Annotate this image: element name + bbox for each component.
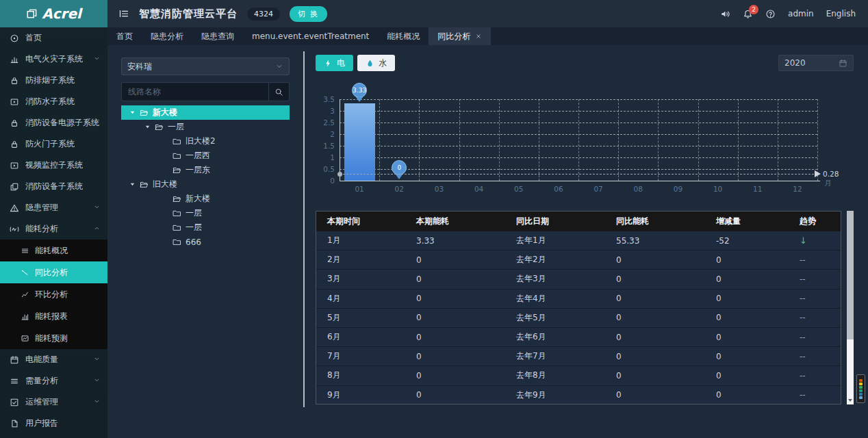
tree-node-一层[interactable]: 一层 <box>121 220 290 235</box>
x-axis-tick-label: 03 <box>419 185 459 193</box>
table-row-4月[interactable]: 4月0去年4月00-- <box>316 289 841 309</box>
tree-node-一层[interactable]: 一层 <box>121 206 290 220</box>
table-cell: 0 <box>705 390 789 400</box>
tab-3[interactable]: menu.event.eventTreatment <box>243 27 378 45</box>
switch-button[interactable]: 切 换 <box>290 6 327 22</box>
sidebar-item-energy-forecast[interactable]: 能耗预测 <box>0 327 107 349</box>
sidebar-item-hazard-mgmt[interactable]: 隐患管理 <box>0 197 107 218</box>
table-cell: 0 <box>605 294 705 303</box>
table-scrollbar[interactable] <box>847 211 854 404</box>
table-cell: 0 <box>605 255 705 265</box>
electric-tab-button[interactable]: 电 <box>316 55 353 71</box>
scrollbar-down-button[interactable] <box>847 396 854 404</box>
calendar-icon <box>10 355 19 365</box>
water-label: 水 <box>379 57 387 69</box>
table-cell: 0 <box>605 390 705 400</box>
sidebar-item-label: 能耗分析 <box>25 223 58 235</box>
table-cell: -52 <box>705 236 789 246</box>
table-cell: 0 <box>605 313 705 322</box>
column-header: 趋势 <box>789 216 841 227</box>
scrollbar-thumb[interactable] <box>847 211 854 339</box>
table-row-2月[interactable]: 2月0去年2月00-- <box>316 250 841 270</box>
tab-2[interactable]: 隐患查询 <box>192 27 243 45</box>
notifications[interactable]: 2 <box>743 9 753 19</box>
table-row-3月[interactable]: 3月0去年3月00-- <box>316 270 841 289</box>
sidebar-item-label: 运维管理 <box>25 396 58 408</box>
sidebar-item-smoke-exhaust[interactable]: 防排烟子系统 <box>0 70 107 91</box>
project-dropdown[interactable]: 安科瑞 <box>121 57 290 75</box>
tree-node-一层西[interactable]: 一层西 <box>121 149 290 163</box>
tab-5[interactable]: 同比分析 <box>429 27 491 45</box>
sidebar-item-video-monitor[interactable]: 视频监控子系统 <box>0 155 107 176</box>
tree-node-666[interactable]: 666 <box>121 235 290 249</box>
sidebar-item-demand-analysis[interactable]: 需量分析 <box>0 370 107 391</box>
x-axis-tick-label: 04 <box>459 185 499 193</box>
sidebar-item-energy-overview[interactable]: 能耗概况 <box>0 240 107 261</box>
sidebar-item-user-report[interactable]: 用户报告 <box>0 413 107 434</box>
sidebar-item-mom-analysis[interactable]: 环比分析 <box>0 283 107 305</box>
year-picker[interactable]: 2020 <box>778 55 854 71</box>
caret-down-icon <box>129 181 136 188</box>
trend-cell: -- <box>789 313 841 322</box>
chart-icon <box>10 55 19 64</box>
tab-0[interactable]: 首页 <box>107 27 142 45</box>
sidebar-item-label: 需量分析 <box>25 375 58 387</box>
table-cell: 0 <box>705 371 789 381</box>
ops-icon <box>10 398 19 407</box>
sidebar-item-fire-water[interactable]: 消防水子系统 <box>0 91 107 112</box>
calendar-icon <box>839 59 847 68</box>
tree-node-一层[interactable]: 一层 <box>121 120 290 134</box>
table-row-9月[interactable]: 9月0去年9月00-- <box>316 386 841 405</box>
sidebar-item-label: 能耗预测 <box>35 333 68 344</box>
trend-cell: -- <box>789 274 841 284</box>
table-row-8月[interactable]: 8月0去年8月00-- <box>316 366 841 385</box>
v-gridline <box>578 99 579 181</box>
sidebar-item-electrical-fire[interactable]: 电气火灾子系统 <box>0 49 107 70</box>
help-icon[interactable] <box>765 9 776 19</box>
table-cell: 0 <box>705 333 789 342</box>
sidebar-item-power-quality[interactable]: 电能质量 <box>0 349 107 370</box>
acrel-logo: Acrel <box>0 0 107 27</box>
sidebar-item-home[interactable]: 首页 <box>0 27 107 49</box>
table-row-6月[interactable]: 6月0去年6月00-- <box>316 328 841 347</box>
sidebar-item-ops-mgmt[interactable]: 运维管理 <box>0 391 107 413</box>
tab-4[interactable]: 能耗概况 <box>378 27 429 45</box>
column-header: 增减量 <box>705 216 789 227</box>
v-gridline <box>618 99 619 181</box>
tree-node-新大楼[interactable]: 新大楼 <box>121 105 290 120</box>
collapse-menu-icon[interactable] <box>118 8 129 19</box>
table-row-7月[interactable]: 7月0去年7月00-- <box>316 347 841 366</box>
table-cell: 5月 <box>316 312 405 324</box>
project-count-badge: 4324 <box>247 8 280 21</box>
search-input[interactable] <box>122 83 268 101</box>
help-icon <box>765 9 776 19</box>
tree-node-旧大楼[interactable]: 旧大楼 <box>121 177 290 192</box>
home-icon <box>10 34 19 43</box>
sidebar-item-fire-power[interactable]: 消防设备电源子系统 <box>0 112 107 133</box>
folder-closed-icon <box>173 151 181 160</box>
table-row-5月[interactable]: 5月0去年5月00-- <box>316 309 841 328</box>
tree-node-一层东[interactable]: 一层东 <box>121 163 290 177</box>
sidebar-item-fire-equipment[interactable]: 消防设备子系统 <box>0 176 107 197</box>
year-value: 2020 <box>784 58 806 68</box>
tab-label: menu.event.eventTreatment <box>252 31 369 41</box>
sidebar-item-yoy-analysis[interactable]: 同比分析 <box>0 261 107 283</box>
speaker-icon[interactable] <box>720 9 730 19</box>
sidebar-item-fire-door[interactable]: 防火门子系统 <box>0 133 107 155</box>
bar-month-01[interactable] <box>344 103 375 181</box>
trend-cell: -- <box>789 371 841 381</box>
water-tab-button[interactable]: 水 <box>357 55 395 71</box>
username[interactable]: admin <box>788 9 814 18</box>
sidebar-item-energy-report[interactable]: 能耗报表 <box>0 305 107 327</box>
sidebar-item-energy-analysis[interactable]: 能耗分析 <box>0 218 107 240</box>
tree-node-旧大楼2[interactable]: 旧大楼2 <box>121 134 290 149</box>
sidebar-item-label: 消防水子系统 <box>25 96 75 107</box>
tab-1[interactable]: 隐患分析 <box>142 27 192 45</box>
table-cell: 0 <box>705 274 789 284</box>
table-cell: 55.33 <box>605 236 705 246</box>
trend-cell: -- <box>789 255 841 265</box>
language-switch[interactable]: English <box>826 9 856 18</box>
search-button[interactable] <box>268 83 289 101</box>
table-row-1月[interactable]: 1月3.33去年1月55.33-52↓ <box>316 231 841 250</box>
tree-node-新大楼[interactable]: 新大楼 <box>121 192 290 206</box>
